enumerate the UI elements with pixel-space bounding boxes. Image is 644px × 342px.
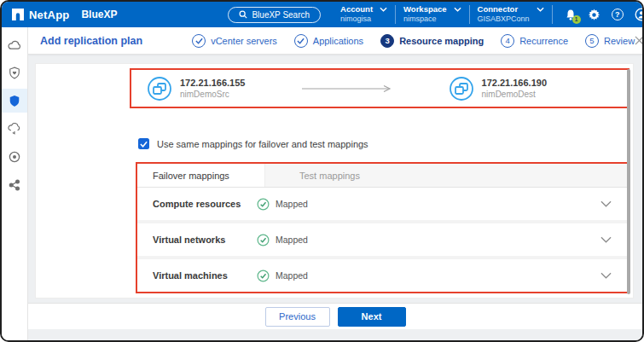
help-glyph: ?: [612, 9, 624, 20]
mappings-tabbar: Failover mappings Test mappings: [137, 164, 627, 188]
chevron-down-icon: [537, 7, 544, 12]
nav-mobility-icon[interactable]: [2, 117, 27, 141]
annotation-box-servers: 172.21.166.155 nimDemoSrc: [130, 68, 629, 108]
previous-button[interactable]: Previous: [265, 307, 330, 327]
chevron-down-icon[interactable]: [600, 236, 612, 243]
scrollbar[interactable]: [627, 69, 630, 294]
accordion-compute-resources[interactable]: Compute resources Mapped: [137, 188, 627, 220]
wizard-header: Add replication plan vCenter servers App…: [28, 27, 642, 55]
connector-menu[interactable]: Connector GISABXPConn: [470, 4, 552, 24]
step-review[interactable]: 5 Review: [585, 34, 635, 48]
mapped-status: Mapped: [257, 198, 308, 211]
help-icon[interactable]: ?: [612, 9, 624, 20]
brand-name: NetApp: [29, 9, 69, 21]
mapped-status: Mapped: [257, 270, 308, 282]
nav-health-icon[interactable]: [2, 61, 27, 84]
step-vcenter-servers[interactable]: vCenter servers: [192, 34, 277, 48]
step-applications[interactable]: Applications: [294, 34, 363, 48]
notifications-bell-icon[interactable]: 1: [565, 9, 577, 21]
destination-server: 172.21.166.190 nimDemoDest: [449, 76, 547, 101]
nav-governance-icon[interactable]: [2, 145, 27, 169]
bluexp-window: NetApp BlueXP BlueXP Search Account nimo…: [0, 0, 644, 342]
vcenter-server-icon: [147, 76, 172, 101]
search-input[interactable]: BlueXP Search: [228, 7, 321, 23]
brand: NetApp BlueXP: [12, 9, 117, 21]
chevron-down-icon[interactable]: [600, 200, 612, 207]
mapping-rows: Compute resources Mapped Virt: [137, 188, 627, 292]
nav-extensions-icon[interactable]: [2, 173, 27, 197]
destination-name: nimDemoDest: [482, 89, 547, 100]
mapped-check-icon: [257, 270, 270, 282]
accordion-virtual-networks[interactable]: Virtual networks Mapped: [137, 223, 627, 256]
context-menus: Account nimogisa Workspace nimspace: [333, 4, 553, 24]
resource-mapping-panel: 172.21.166.155 nimDemoSrc: [35, 63, 634, 299]
step-number: 5: [585, 34, 599, 48]
chevron-down-icon: [380, 7, 387, 12]
account-label: Account: [340, 4, 373, 14]
workspace-menu[interactable]: Workspace nimspace: [396, 4, 469, 24]
topbar: NetApp BlueXP BlueXP Search Account nimo…: [2, 2, 642, 27]
chevron-down-icon[interactable]: [600, 272, 612, 279]
product-name: BlueXP: [81, 9, 117, 20]
source-ip: 172.21.166.155: [180, 77, 245, 89]
settings-gear-icon[interactable]: [588, 9, 600, 21]
account-value: nimogisa: [340, 14, 373, 24]
tab-test-mappings[interactable]: Test mappings: [265, 164, 360, 187]
mapped-status: Mapped: [257, 234, 308, 246]
same-mappings-option: Use same mappings for failover and test …: [138, 138, 368, 149]
wizard-footer: Previous Next: [28, 303, 642, 329]
nav-canvas-icon[interactable]: [2, 32, 27, 56]
close-icon[interactable]: [635, 36, 644, 45]
topbar-icons: 1 ?: [565, 8, 644, 21]
search-label: BlueXP Search: [252, 10, 310, 20]
workspace-value: nimspace: [403, 14, 447, 24]
step-resource-mapping[interactable]: 3 Resource mapping: [380, 34, 484, 48]
replication-arrow-icon: [302, 84, 392, 93]
connector-label: Connector: [478, 4, 530, 14]
nav-protection-icon[interactable]: [2, 89, 27, 113]
same-mappings-label: Use same mappings for failover and test …: [157, 139, 368, 149]
step-number: 3: [380, 34, 394, 48]
source-server: 172.21.166.155 nimDemoSrc: [147, 76, 245, 101]
connector-value: GISABXPConn: [478, 14, 530, 24]
notification-badge: 1: [572, 15, 581, 24]
step-complete-check-icon: [192, 34, 206, 48]
account-menu[interactable]: Account nimogisa: [333, 4, 395, 24]
destination-ip: 172.21.166.190: [482, 77, 547, 89]
annotation-box-mappings: Failover mappings Test mappings Compute …: [136, 162, 629, 293]
next-button[interactable]: Next: [338, 307, 406, 327]
vcenter-server-icon: [449, 76, 474, 101]
source-name: nimDemoSrc: [180, 89, 245, 100]
chevron-down-icon: [454, 7, 461, 12]
step-number: 4: [501, 34, 514, 48]
workspace-label: Workspace: [403, 4, 447, 14]
accordion-virtual-machines[interactable]: Virtual machines Mapped: [137, 259, 627, 292]
tab-failover-mappings[interactable]: Failover mappings: [137, 164, 265, 187]
content-area: 172.21.166.155 nimDemoSrc: [28, 55, 642, 342]
step-complete-check-icon: [294, 34, 308, 48]
same-mappings-checkbox[interactable]: [138, 138, 149, 149]
left-nav: [2, 27, 28, 342]
divider: [552, 5, 553, 24]
netapp-logo-icon: [12, 9, 24, 20]
page-title: Add replication plan: [40, 35, 142, 47]
wizard-steps: vCenter servers Applications 3 Resource …: [192, 34, 635, 48]
step-recurrence[interactable]: 4 Recurrence: [501, 34, 568, 48]
search-icon: [239, 10, 247, 19]
mapped-check-icon: [257, 198, 270, 211]
user-avatar-icon[interactable]: [635, 8, 644, 21]
mapped-check-icon: [257, 234, 270, 246]
